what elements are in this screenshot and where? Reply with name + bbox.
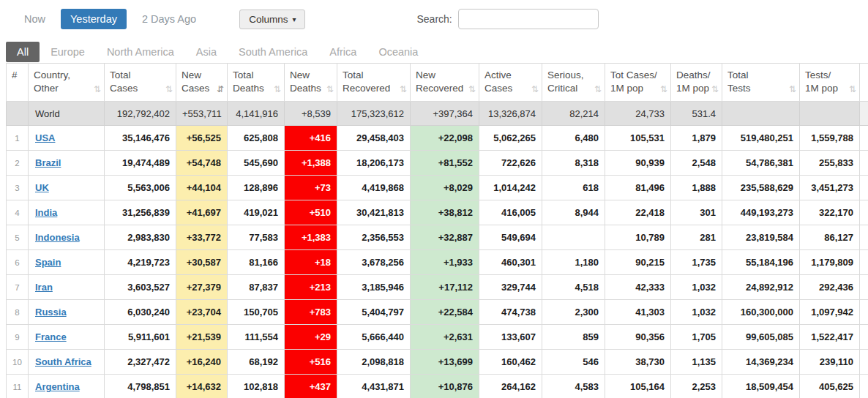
country-link[interactable]: South Africa <box>35 356 91 367</box>
cell-tests-per-1m: 405,625 <box>800 375 860 398</box>
cell-total-cases: 5,563,006 <box>105 176 176 200</box>
cell-deaths-per-1m: 531.4 <box>671 102 722 126</box>
country-link[interactable]: Indonesia <box>35 232 80 243</box>
country-link[interactable]: UK <box>35 182 49 193</box>
col-header-total-deaths[interactable]: TotalDeaths⇅ <box>228 64 285 102</box>
cell-serious-critical: 2,300 <box>542 300 605 325</box>
cell-cases-per-1m: 22,418 <box>605 200 671 225</box>
row-rank: 1 <box>7 126 29 151</box>
col-header-tests-per-1m[interactable]: Tests/1M pop⇅ <box>800 64 860 102</box>
cell-deaths-per-1m: 1,032 <box>671 275 722 300</box>
col-header-cases-per-1m[interactable]: Tot Cases/1M pop⇅ <box>605 64 671 102</box>
col-header-new-recovered[interactable]: NewRecovered⇅ <box>411 64 479 102</box>
col-header-deaths-per-1m[interactable]: Deaths/1M pop⇅ <box>671 64 722 102</box>
columns-dropdown-button[interactable]: Columns ▾ <box>239 10 305 29</box>
cell-cases-per-1m: 105,164 <box>605 375 671 398</box>
cell-total-deaths: 150,705 <box>228 300 285 325</box>
cell-new-deaths: +437 <box>285 375 337 398</box>
cell-new-cases: +23,704 <box>176 300 228 325</box>
region-tab-oceania[interactable]: Oceania <box>367 42 429 62</box>
row-rank: 4 <box>7 200 29 225</box>
col-header-label: Tests/1M pop <box>805 69 856 95</box>
col-header-new-cases[interactable]: NewCases⇵ <box>176 64 228 102</box>
cell-total-deaths: 81,166 <box>228 250 285 275</box>
cell-tests-per-1m: 292,436 <box>800 275 860 300</box>
col-header-label: Tot Cases/1M pop <box>610 69 667 95</box>
sort-both-icon: ⇅ <box>531 83 539 95</box>
cell-tests-per-1m: 322,170 <box>800 200 860 225</box>
cell-serious-critical: 618 <box>542 176 605 200</box>
cell-tests-per-1m <box>800 102 860 126</box>
cell-total-tests: 23,819,584 <box>722 225 800 250</box>
cell-cases-per-1m: 41,303 <box>605 300 671 325</box>
table-row: 9France5,911,601+21,539111,554+295,666,4… <box>7 325 868 350</box>
cell-total-deaths: 77,583 <box>228 225 285 250</box>
cell-new-cases: +553,711 <box>176 102 228 126</box>
col-header-total-tests[interactable]: TotalTests⇅ <box>722 64 800 102</box>
col-header-total-cases[interactable]: TotalCases⇅ <box>105 64 176 102</box>
region-tab-south-america[interactable]: South America <box>228 42 318 62</box>
table-row: 5Indonesia2,983,830+33,77277,583+1,3832,… <box>7 225 868 250</box>
col-header-country[interactable]: Country,Other⇅ <box>29 64 105 102</box>
col-header-active-cases[interactable]: ActiveCases⇅ <box>479 64 542 102</box>
col-header-serious-critical[interactable]: Serious,Critical⇅ <box>542 64 605 102</box>
cell-tests-per-1m: 3,451,273 <box>800 176 860 200</box>
time-tab-2-days-ago[interactable]: 2 Days Ago <box>132 9 206 29</box>
cell-tests-per-1m: 86,127 <box>800 225 860 250</box>
cell-total-deaths: 545,690 <box>228 151 285 176</box>
row-rank <box>7 102 29 126</box>
cell-active-cases: 13,326,874 <box>479 102 542 126</box>
table-row: 8Russia6,030,240+23,704150,705+7835,404,… <box>7 300 868 325</box>
cell-new-recovered: +38,812 <box>411 200 479 225</box>
sort-both-icon: ⇅ <box>94 83 101 95</box>
sort-both-icon: ⇅ <box>468 83 476 95</box>
region-tab-all[interactable]: All <box>6 42 40 62</box>
sort-both-icon: ⇅ <box>711 83 719 95</box>
cell-total-deaths: 111,554 <box>228 325 285 350</box>
cell-active-cases: 329,744 <box>479 275 542 300</box>
region-tab-asia[interactable]: Asia <box>185 42 228 62</box>
sort-both-icon: ⇅ <box>400 83 407 95</box>
row-spacer <box>860 300 868 325</box>
cell-total-tests: 14,369,234 <box>722 350 800 375</box>
region-tab-europe[interactable]: Europe <box>40 42 96 62</box>
time-tab-yesterday[interactable]: Yesterday <box>61 9 127 29</box>
cell-total-cases: 4,798,851 <box>105 375 176 398</box>
region-tab-africa[interactable]: Africa <box>318 42 367 62</box>
country-link[interactable]: Argentina <box>35 381 80 392</box>
region-tab-north-america[interactable]: North America <box>96 42 185 62</box>
row-spacer <box>860 350 868 375</box>
country-link[interactable]: France <box>35 331 67 342</box>
country-link[interactable]: USA <box>35 132 55 143</box>
table-row: 11Argentina4,798,851+14,632102,818+4374,… <box>7 375 868 398</box>
country-cell: Russia <box>29 300 105 325</box>
col-header-new-deaths[interactable]: NewDeaths⇅ <box>285 64 337 102</box>
row-spacer <box>860 151 868 176</box>
table-row: 7Iran3,603,527+27,37987,837+2133,185,946… <box>7 275 868 300</box>
cell-deaths-per-1m: 1,705 <box>671 325 722 350</box>
search-label: Search: <box>416 13 452 25</box>
table-row: 1USA35,146,476+56,525625,808+41629,458,4… <box>7 126 868 151</box>
cell-total-tests: 55,184,196 <box>722 250 800 275</box>
cell-total-cases: 3,603,527 <box>105 275 176 300</box>
cell-total-cases: 6,030,240 <box>105 300 176 325</box>
cell-total-recovered: 29,458,403 <box>337 126 411 151</box>
cell-cases-per-1m: 90,939 <box>605 151 671 176</box>
search-input[interactable] <box>458 9 599 29</box>
row-spacer <box>860 102 868 126</box>
country-link[interactable]: Iran <box>35 282 53 293</box>
country-link[interactable]: Brazil <box>35 157 61 168</box>
country-link[interactable]: Spain <box>35 257 61 268</box>
cell-deaths-per-1m: 1,135 <box>671 350 722 375</box>
row-spacer <box>860 225 868 250</box>
cell-total-recovered: 4,431,871 <box>337 375 411 398</box>
col-header-total-recovered[interactable]: TotalRecovered⇅ <box>337 64 411 102</box>
cell-new-cases: +56,525 <box>176 126 228 151</box>
country-link[interactable]: India <box>35 207 57 218</box>
sort-both-icon: ⇅ <box>849 83 856 95</box>
cell-total-cases: 2,983,830 <box>105 225 176 250</box>
sort-both-icon: ⇅ <box>165 83 173 95</box>
cell-total-tests: 160,300,000 <box>722 300 800 325</box>
country-link[interactable]: Russia <box>35 307 67 318</box>
time-tab-now[interactable]: Now <box>15 9 55 29</box>
